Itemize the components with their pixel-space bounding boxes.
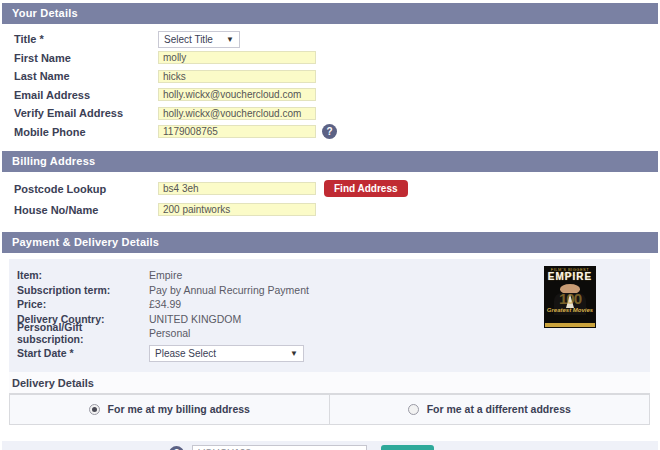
start-date-row: Start Date * Please Select ▼ [17,345,642,362]
title-row: Title * Select Title ▼ [2,30,658,49]
postcode-input[interactable] [158,182,316,195]
radio-different-address[interactable] [408,404,419,415]
last-name-label: Last Name [2,70,158,82]
title-select[interactable]: Select Title ▼ [158,31,240,48]
first-name-input[interactable] [158,51,316,64]
house-input[interactable] [158,203,316,216]
chevron-down-icon: ▼ [290,349,298,358]
start-date-label: Start Date * [17,347,149,359]
first-name-label: First Name [2,52,158,64]
delivery-option-billing-address[interactable]: For me at my billing address [9,394,330,425]
verify-email-label: Verify Email Address [2,107,158,119]
section-header-billing-address: Billing Address [2,151,658,172]
mobile-phone-input[interactable] [158,125,316,138]
delivery-options: For me at my billing address For me at a… [9,393,650,425]
cover-headline-number: 100 [544,290,596,307]
postcode-row: Postcode Lookup Find Address [2,178,658,199]
delivery-option-different-address[interactable]: For me at a different address [330,394,651,425]
mobile-help-icon[interactable]: ? [322,124,337,139]
delivery-details-section: Delivery Details For me at my billing ad… [9,372,650,425]
mobile-phone-row: Mobile Phone ? [2,123,658,142]
section-header-payment-delivery: Payment & Delivery Details [2,232,658,253]
apply-voucher-button[interactable]: Apply [381,445,434,450]
title-select-value: Select Title [164,34,213,45]
price-value: £34.99 [149,298,181,310]
delivery-details-heading: Delivery Details [9,372,650,393]
house-row: House No/Name [2,199,658,220]
item-label: Item: [17,269,149,281]
payment-details-panel: Item: Empire Subscription term: Pay by A… [9,259,650,372]
checkout-page: Your Details Title * Select Title ▼ Firs… [0,0,660,450]
gift-subscription-label: Personal/Gift subscription: [17,321,149,345]
billing-address-form: Postcode Lookup Find Address House No/Na… [2,172,658,220]
postcode-label: Postcode Lookup [2,183,158,195]
delivery-country-value: UNITED KINGDOM [149,313,241,325]
gift-subscription-value: Personal [149,327,190,339]
find-address-button[interactable]: Find Address [324,180,408,197]
cover-headline-text: Greatest Movies [544,307,596,313]
start-date-select[interactable]: Please Select ▼ [149,345,304,362]
section-header-your-details: Your Details [2,3,658,24]
title-label: Title * [2,33,158,45]
start-date-select-value: Please Select [155,348,216,359]
your-details-form: Title * Select Title ▼ First Name Last N… [2,24,658,141]
subscription-term-value: Pay by Annual Recurring Payment [149,284,309,296]
email-row: Email Address [2,86,658,105]
voucher-code-input[interactable] [192,445,367,450]
email-label: Email Address [2,89,158,101]
gift-subscription-row: Personal/Gift subscription: Personal [17,326,642,341]
price-label: Price: [17,298,149,310]
verify-email-row: Verify Email Address [2,104,658,123]
magazine-cover-image: FILM'S BIGGEST POLL EMPIRE 100 Greatest … [544,266,596,328]
subscription-term-label: Subscription term: [17,284,149,296]
last-name-row: Last Name [2,67,658,86]
voucher-code-bar: Do you have a voucher code ? Apply [2,441,658,450]
delivery-option-billing-label: For me at my billing address [108,403,250,415]
cover-masthead: EMPIRE [544,271,596,282]
delivery-option-different-label: For me at a different address [427,403,571,415]
house-label: House No/Name [2,204,158,216]
radio-billing-address[interactable] [89,404,100,415]
last-name-input[interactable] [158,70,316,83]
mobile-phone-label: Mobile Phone [2,126,158,138]
email-input[interactable] [158,88,316,101]
voucher-help-icon[interactable]: ? [169,446,184,450]
item-value: Empire [149,269,182,281]
verify-email-input[interactable] [158,107,316,120]
chevron-down-icon: ▼ [226,35,234,44]
first-name-row: First Name [2,49,658,68]
